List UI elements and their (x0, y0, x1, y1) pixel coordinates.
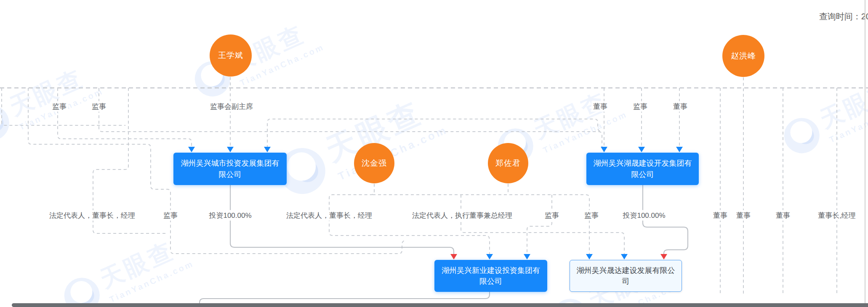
relationship-label: 投资100.00% (621, 210, 667, 221)
connector (527, 195, 552, 256)
relationship-label: 董事 (711, 210, 729, 221)
connector (373, 195, 589, 256)
arrow-down-icon (660, 254, 667, 259)
arrow-down-icon (524, 254, 530, 259)
company-node[interactable]: 湖州吴兴晟达建设发展有限公司 (570, 260, 682, 292)
company-node[interactable]: 湖州吴兴湖晟建设开发集团有限公司 (586, 153, 699, 185)
relationship-label: 董事 (671, 101, 689, 112)
relationship-label: 董事长,经理 (816, 210, 857, 221)
person-node[interactable]: 沈金强 (354, 143, 394, 183)
person-node[interactable]: 王学斌 (210, 34, 252, 77)
relationship-label: 监事会副主席 (208, 101, 255, 112)
relationship-label: 董事 (774, 210, 792, 221)
arrow-down-icon (586, 254, 593, 259)
relationship-label: 监事 (631, 101, 649, 112)
relationship-label: 监事 (543, 210, 561, 221)
person-node[interactable]: 赵洪峰 (722, 35, 764, 77)
arrow-down-icon (638, 147, 645, 152)
arrow-down-icon (227, 147, 234, 152)
connector (461, 195, 624, 256)
relationship-label: 监事 (51, 101, 68, 112)
arrow-down-icon (450, 254, 457, 259)
arrow-down-icon (601, 147, 607, 152)
relationship-label: 法定代表人，董事长，经理 (48, 210, 137, 221)
relationship-label: 监事 (162, 210, 179, 221)
relationship-label: 法定代表人，执行董事兼总经理 (410, 210, 514, 221)
relationship-label: 董事 (735, 210, 752, 221)
relationship-label: 监事 (90, 101, 108, 112)
relationship-label: 投资100.00% (207, 210, 253, 221)
relationship-label: 监事 (583, 210, 600, 221)
person-node[interactable]: 郑佐君 (488, 143, 528, 183)
query-time-text: 查询时间：20 (819, 11, 868, 22)
relationship-graph: 天眼查 TianYanCha.com 天眼查 TianYanCha.com 天眼… (0, 0, 868, 307)
connector (267, 119, 600, 148)
company-node[interactable]: 湖州吴兴城市投资发展集团有限公司 (173, 153, 287, 185)
panel-right-border (865, 0, 865, 307)
company-node[interactable]: 湖州吴兴新业建设投资集团有限公司 (434, 260, 547, 292)
connector (58, 88, 192, 148)
horizontal-scrollbar-thumb[interactable] (12, 303, 868, 307)
arrow-down-icon (676, 147, 683, 152)
arrow-down-icon (486, 254, 493, 259)
arrow-down-icon (188, 147, 195, 152)
arrow-down-icon (621, 254, 628, 259)
relationship-label: 董事 (591, 101, 609, 112)
relationship-label: 法定代表人，董事长，经理 (285, 210, 374, 221)
arrow-down-icon (264, 147, 271, 152)
